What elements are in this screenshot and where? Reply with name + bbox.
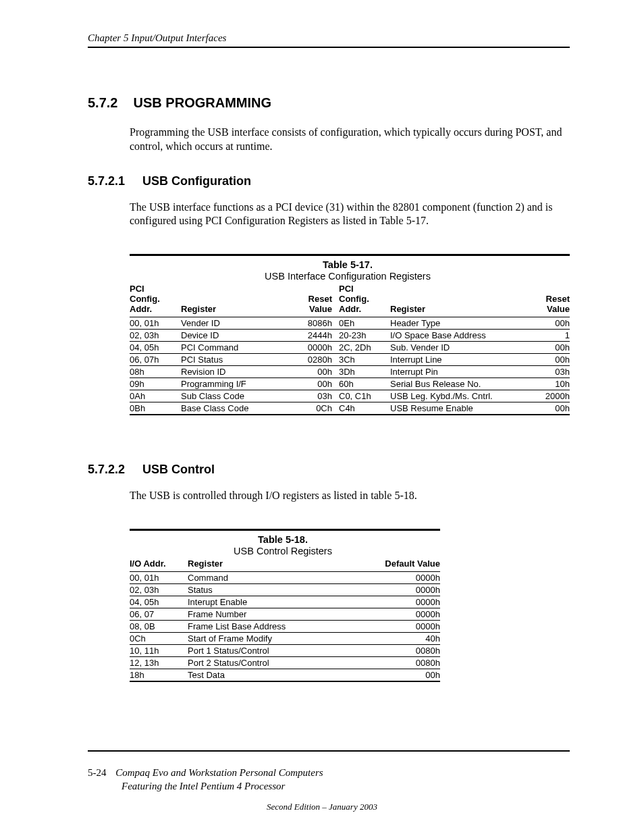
table-cell: Interrupt Pin [390, 366, 531, 378]
running-header: Chapter 5 Input/Output Interfaces [88, 32, 570, 48]
table-cell: Status [188, 583, 366, 596]
table-cell: 0000h [366, 583, 440, 596]
table-row: 09hProgramming I/F00h60hSerial Bus Relea… [130, 378, 570, 390]
table-cell: C4h [332, 402, 390, 415]
table-cell: Programming I/F [181, 378, 293, 390]
table-cell: 00h [366, 669, 440, 681]
table-row: 12, 13hPort 2 Status/Control0080h [130, 656, 440, 669]
table-cell: 00, 01h [130, 571, 188, 583]
table-row: 02, 03hStatus0000h [130, 583, 440, 596]
page-number: 5-24 [88, 767, 107, 778]
col-header: I/O Addr. [130, 557, 188, 571]
table-row: 18hTest Data00h [130, 669, 440, 681]
table-cell: 0000h [366, 571, 440, 583]
table-row: 04, 05hPCI Command0000h2C, 2DhSub. Vende… [130, 342, 570, 354]
col-header: ResetValue [293, 282, 332, 317]
table-5-18: Table 5-18. USB Control Registers I/O Ad… [130, 529, 570, 682]
table-cell: C0, C1h [332, 390, 390, 402]
table-cell: 0000h [366, 596, 440, 608]
table-cell: Header Type [390, 317, 531, 330]
table-row: 06, 07hPCI Status0280h3ChInterrupt Line0… [130, 354, 570, 366]
table-cell: 3Ch [332, 354, 390, 366]
table-cell: Vender ID [181, 317, 293, 330]
footer-line-1: 5-24 Compaq Evo and Workstation Personal… [88, 767, 323, 779]
table-cell: 0Ah [130, 390, 181, 402]
table-cell: 03h [531, 366, 570, 378]
table-row: 02, 03hDevice ID2444h20-23hI/O Space Bas… [130, 330, 570, 342]
table-header-row: PCIConfig.Addr. Register ResetValue PCIC… [130, 282, 570, 317]
table-cell: 08, 0B [130, 620, 188, 632]
table-row: 0AhSub Class Code03hC0, C1hUSB Leg. Kybd… [130, 390, 570, 402]
table-5-17: Table 5-17. USB Interface Configuration … [130, 254, 570, 415]
footer-title: Compaq Evo and Workstation Personal Comp… [115, 767, 323, 778]
table-cell: 02, 03h [130, 330, 181, 342]
heading-text: USB Configuration [142, 174, 251, 188]
table-cell: 3Dh [332, 366, 390, 378]
col-header: Register [181, 282, 293, 317]
table-cell: 0000h [293, 342, 332, 354]
table-cell: 2000h [531, 390, 570, 402]
table-cell: Start of Frame Modify [188, 632, 366, 644]
table-cell: Frame List Base Address [188, 620, 366, 632]
page: Chapter 5 Input/Output Interfaces 5.7.2 … [0, 0, 644, 834]
table-row: 08, 0BFrame List Base Address0000h [130, 620, 440, 632]
table-cell: 8086h [293, 317, 332, 330]
table-cell: Port 1 Status/Control [188, 644, 366, 656]
heading-5-7-2: 5.7.2 USB PROGRAMMING [88, 95, 570, 111]
footer-rule [88, 750, 570, 752]
table-cell: 20-23h [332, 330, 390, 342]
table-cell: Frame Number [188, 608, 366, 620]
table-cell: 06, 07 [130, 608, 188, 620]
col-header: ResetValue [531, 282, 570, 317]
table-row: 08hRevision ID00h3DhInterrupt Pin03h [130, 366, 570, 378]
table-cell: 09h [130, 378, 181, 390]
table-cell: 0080h [366, 656, 440, 669]
table-cell: 0Ch [293, 402, 332, 415]
table-cell: 0080h [366, 644, 440, 656]
table-row: 0ChStart of Frame Modify40h [130, 632, 440, 644]
table-cell: Port 2 Status/Control [188, 656, 366, 669]
table-cell: 06, 07h [130, 354, 181, 366]
paragraph: The USB interface functions as a PCI dev… [130, 201, 570, 229]
table-row: 00, 01hVender ID8086h0EhHeader Type00h [130, 317, 570, 330]
table-cell: 18h [130, 669, 188, 681]
table-cell: I/O Space Base Address [390, 330, 531, 342]
col-header: PCIConfig.Addr. [332, 282, 390, 317]
col-header: Register [188, 557, 366, 571]
col-header: Register [390, 282, 531, 317]
footer-line-2: Featuring the Intel Pentium 4 Processor [122, 781, 285, 792]
heading-text: USB PROGRAMMING [134, 95, 271, 110]
table-row: 00, 01hCommand0000h [130, 571, 440, 583]
table-cell: 12, 13h [130, 656, 188, 669]
table-cell: Test Data [188, 669, 366, 681]
table-cell: Serial Bus Release No. [390, 378, 531, 390]
footer-edition: Second Edition – January 2003 [0, 802, 644, 812]
table-label: Table 5-17. [130, 259, 566, 271]
table-cell: Command [188, 571, 366, 583]
col-header: PCIConfig.Addr. [130, 282, 181, 317]
table-cell: 60h [332, 378, 390, 390]
table-cell: 04, 05h [130, 342, 181, 354]
table-cell: 0Ch [130, 632, 188, 644]
table-cell: 03h [293, 390, 332, 402]
table-cell: 2444h [293, 330, 332, 342]
table-header-row: I/O Addr. Register Default Value [130, 557, 440, 571]
heading-5-7-2-1: 5.7.2.1 USB Configuration [88, 174, 570, 188]
table-cell: 2C, 2Dh [332, 342, 390, 354]
heading-number: 5.7.2.2 [88, 463, 139, 477]
table-row: 10, 11hPort 1 Status/Control0080h [130, 644, 440, 656]
heading-number: 5.7.2 [88, 95, 130, 111]
table-cell: 04, 05h [130, 596, 188, 608]
table-cell: 00h [531, 354, 570, 366]
table-cell: 00h [531, 317, 570, 330]
table-caption: USB Interface Configuration Registers [130, 271, 566, 282]
heading-text: USB Control [142, 463, 215, 476]
table-cell: Interrupt Line [390, 354, 531, 366]
table-row: 04, 05hInterupt Enable0000h [130, 596, 440, 608]
paragraph: The USB is controlled through I/O regist… [130, 489, 570, 503]
table-cell: 0Eh [332, 317, 390, 330]
table-cell: 00h [293, 378, 332, 390]
col-header: Default Value [366, 557, 440, 571]
table-cell: Device ID [181, 330, 293, 342]
table-cell: 40h [366, 632, 440, 644]
